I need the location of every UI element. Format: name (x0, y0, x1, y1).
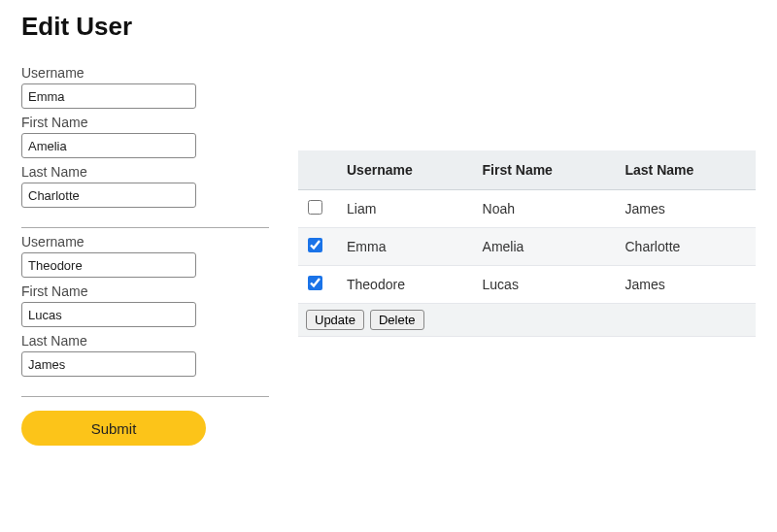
firstname-input[interactable] (21, 302, 196, 327)
update-button[interactable]: Update (306, 310, 364, 330)
table-header-checkbox (298, 150, 337, 190)
firstname-label: First Name (21, 115, 269, 130)
page-title: Edit User (21, 12, 756, 42)
row-checkbox[interactable] (308, 276, 322, 290)
user-field-group-1: Username First Name Last Name (21, 234, 269, 397)
cell-lastname: James (616, 266, 757, 304)
username-label: Username (21, 65, 269, 81)
submit-button[interactable]: Submit (21, 411, 206, 446)
row-checkbox[interactable] (308, 200, 322, 215)
table-header-lastname: Last Name (616, 150, 757, 190)
table-row: Emma Amelia Charlotte (298, 228, 756, 266)
edit-form: Username First Name Last Name Username F… (21, 65, 269, 446)
cell-firstname: Amelia (473, 228, 616, 266)
lastname-label: Last Name (21, 164, 269, 180)
firstname-input[interactable] (21, 133, 196, 158)
table-row: Liam Noah James (298, 190, 756, 228)
username-label: Username (21, 234, 269, 249)
lastname-input[interactable] (21, 351, 196, 377)
row-checkbox[interactable] (308, 238, 322, 252)
cell-username: Theodore (337, 266, 473, 304)
username-input[interactable] (21, 83, 196, 109)
username-input[interactable] (21, 252, 196, 278)
cell-firstname: Lucas (473, 266, 616, 304)
table-action-bar: Update Delete (298, 303, 756, 337)
cell-username: Liam (337, 190, 473, 228)
user-table: Username First Name Last Name Liam Noah … (298, 150, 756, 303)
delete-button[interactable]: Delete (370, 310, 424, 330)
table-header-firstname: First Name (473, 150, 616, 190)
cell-lastname: Charlotte (616, 228, 757, 266)
firstname-label: First Name (21, 283, 269, 299)
cell-lastname: James (616, 190, 757, 228)
lastname-input[interactable] (21, 183, 196, 208)
table-header-username: Username (337, 150, 473, 190)
cell-username: Emma (337, 228, 473, 266)
cell-firstname: Noah (473, 190, 616, 228)
table-row: Theodore Lucas James (298, 266, 756, 304)
user-field-group-0: Username First Name Last Name (21, 65, 269, 228)
lastname-label: Last Name (21, 333, 269, 349)
user-table-panel: Username First Name Last Name Liam Noah … (298, 150, 756, 337)
